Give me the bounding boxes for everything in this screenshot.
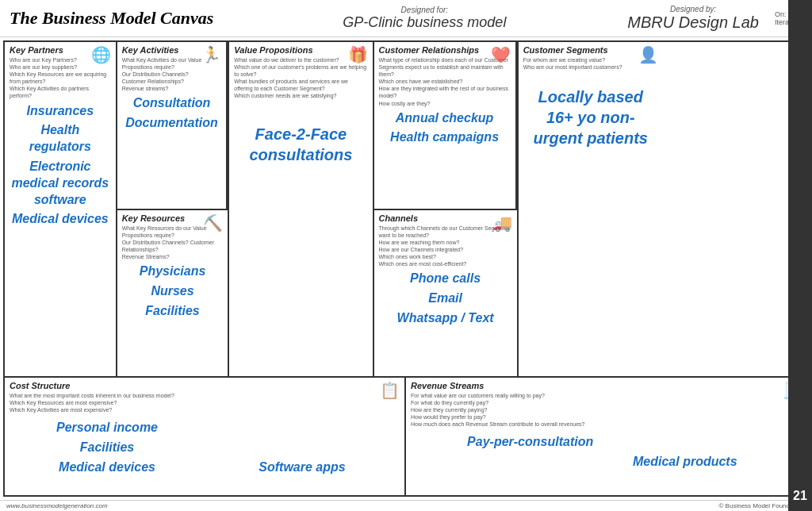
revenue-streams-cell: Revenue Streams For what value are our c… [406,378,807,495]
channels-icon: 🚚 [492,213,512,232]
revenue-item-spacer [652,434,801,451]
cr-icon: ❤️ [491,45,511,64]
designed-for-value: GP-Clinic business model [343,14,506,31]
header-right: Designed by: MBRU Design Lab [627,5,759,32]
cr-channels-col: Customer Relationships What type of rela… [374,42,519,376]
channels-item-1: Phone calls [379,271,512,287]
revenue-small: For what value are our customers really … [411,392,802,428]
key-partners-item-3: Electronic medical records software [10,159,111,208]
page-number-sidebar: 21 [788,0,812,511]
footer-url: www.businessmodelgeneration.com [6,502,108,509]
cr-item-1: Annual checkup [379,110,511,127]
revenue-item-1: Pay-per-consultation [412,434,647,451]
value-prop-icon: 🎁 [348,45,368,64]
cost-title: Cost Structure [10,381,400,390]
designed-by-label: Designed by: [670,5,716,13]
key-partners-item-4: Medical devices [10,211,111,228]
customer-segments-cell: Customer Segments For whom are we creati… [519,42,663,376]
designed-for-label: Designed for: [401,6,448,14]
key-activities-item-2: Documentation [122,115,222,132]
cost-icon: 📋 [380,381,400,400]
activities-resources-col: Key Activities What Key Activities do ou… [117,42,230,376]
revenue-item-2: Medical products [568,454,802,471]
header: The Business Model Canvas Designed for: … [0,0,812,37]
key-partners-cell: Key Partners Who are our Key Partners?Wh… [5,42,117,376]
bottom-section: Cost Structure What are the most importa… [5,378,807,495]
cost-item-6: Software apps [209,459,396,476]
customer-relationships-cell: Customer Relationships What type of rela… [374,42,517,210]
page-wrapper: The Business Model Canvas Designed for: … [0,0,812,511]
key-resources-item-1: Physicians [122,263,224,280]
cost-structure-cell: Cost Structure What are the most importa… [5,378,406,495]
cs-icon: 👤 [638,45,658,64]
revenue-title: Revenue Streams [411,381,802,390]
canvas-title: The Business Model Canvas [10,8,213,29]
cost-small: What are the most important costs inhere… [10,392,400,413]
cost-item-1: Personal income [13,420,201,436]
partners-icon: 🌐 [91,45,111,64]
top-section: Key Partners Who are our Key Partners?Wh… [5,42,807,378]
channels-item-2: Email [379,290,512,307]
designed-by-value: MBRU Design Lab [627,13,759,32]
key-resources-cell: Key Resources What Key Resources do our … [117,210,228,377]
cost-item-4 [209,440,396,456]
channels-cell: Channels Through which Channels do our C… [374,210,517,377]
key-resources-item-2: Nurses [122,283,224,300]
page-number-text: 21 [793,489,807,503]
key-partners-item-2: Health regulators [10,122,111,156]
footer: www.businessmodelgeneration.com © Busine… [0,500,812,511]
key-partners-item-1: Insurances [10,103,111,120]
channels-item-3: Whatsapp / Text [379,310,512,327]
cr-item-2: Health campaigns [379,129,511,146]
key-activities-cell: Key Activities What Key Activities do ou… [117,42,228,210]
cost-item-2 [209,420,396,436]
cost-item-5: Medical devices [13,459,201,476]
canvas-area: Key Partners Who are our Key Partners?Wh… [3,40,809,497]
resources-icon: ⛏️ [203,213,223,232]
value-propositions-cell: Value Propositions What value do we deli… [229,42,373,376]
key-resources-item-3: Facilities [122,303,224,320]
cost-item-3: Facilities [13,440,201,456]
cs-item-1: Locally based 16+ yo non-urgent patients [523,86,658,148]
header-center: Designed for: GP-Clinic business model [237,6,611,31]
value-prop-item-1: Face-2-Face consultations [234,124,367,165]
activities-icon: 🏃 [201,45,221,64]
key-activities-item-1: Consultation [122,95,222,112]
